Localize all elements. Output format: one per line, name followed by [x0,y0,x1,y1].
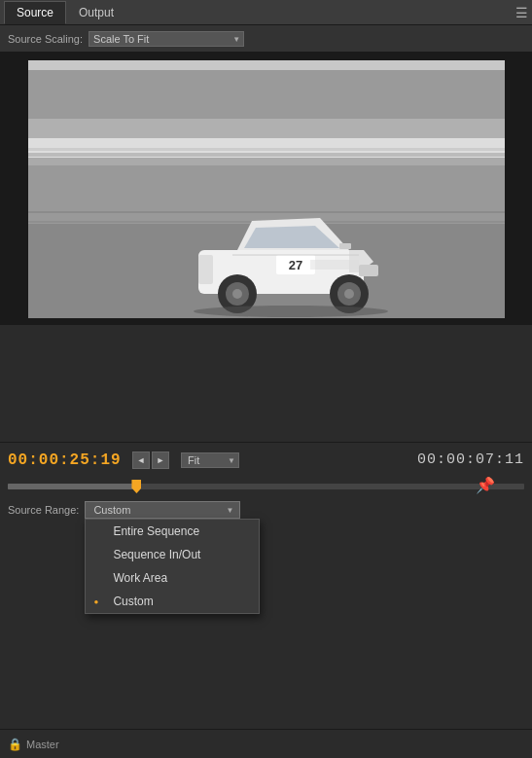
panel-menu-icon[interactable]: ☰ [515,5,528,20]
video-area: 27 [0,53,532,325]
spacer-area [0,325,532,442]
video-frame: 27 [28,60,505,318]
scrubber-played [8,484,137,489]
zoom-select[interactable]: Fit 25% 50% 75% 100% 200% [181,452,239,468]
timecode-bar: 00:00:25:19 ◄ ► Fit 25% 50% 75% 100% 200… [0,442,532,477]
dropdown-item-entire-sequence[interactable]: Entire Sequence [86,520,259,543]
source-range-dropdown-btn[interactable]: Custom [85,501,240,519]
source-range-label: Source Range: [8,504,79,516]
video-preview: 27 [28,60,505,318]
source-range-dropdown-wrapper: Custom Entire Sequence Sequence In/Out W… [85,501,240,519]
svg-rect-6 [28,165,505,224]
pin-icon: 📌 [476,476,495,494]
source-range-row: Source Range: Custom Entire Sequence Seq… [0,496,532,523]
svg-rect-4 [28,158,505,165]
svg-rect-10 [28,148,505,151]
timecode-controls: ◄ ► [132,451,169,469]
svg-rect-13 [198,255,213,284]
master-label: Master [26,739,59,750]
timecode-left: 00:00:25:19 [8,451,124,469]
lock-icon: 🔒 [8,738,22,751]
master-bar: 🔒 Master [0,729,532,758]
svg-text:27: 27 [288,258,301,272]
tab-output[interactable]: Output [66,1,126,24]
scaling-label: Source Scaling: [8,33,83,45]
tab-bar: Source Output ☰ [0,0,532,25]
scaling-bar: Source Scaling: Scale To Fit Scale To Fi… [0,25,532,53]
prev-frame-button[interactable]: ◄ [132,451,150,469]
dropdown-item-sequence-inout[interactable]: Sequence In/Out [86,543,259,566]
svg-point-24 [194,306,388,317]
svg-rect-12 [359,265,378,276]
dropdown-item-custom[interactable]: Custom [86,590,259,613]
tab-source[interactable]: Source [4,1,66,24]
zoom-select-wrapper: Fit 25% 50% 75% 100% 200% [181,452,239,468]
scrubber-area[interactable]: 📌 [0,477,532,496]
svg-rect-2 [28,70,505,119]
timecode-right: 00:00:07:11 [417,451,524,468]
svg-rect-23 [339,243,351,249]
next-frame-button[interactable]: ► [152,451,169,469]
source-range-dropdown-menu: Entire Sequence Sequence In/Out Work Are… [85,519,260,614]
svg-point-16 [232,289,242,299]
scrubber-track[interactable]: 📌 [8,484,524,489]
svg-rect-7 [28,211,505,213]
scrubber-handle[interactable] [131,480,141,493]
svg-rect-9 [28,153,505,157]
dropdown-item-work-area[interactable]: Work Area [86,566,259,590]
svg-point-19 [344,289,354,299]
scaling-select-wrapper: Scale To Fit Scale To Fill Stretch To Fi… [89,31,244,47]
scaling-select[interactable]: Scale To Fit Scale To Fill Stretch To Fi… [89,31,244,47]
